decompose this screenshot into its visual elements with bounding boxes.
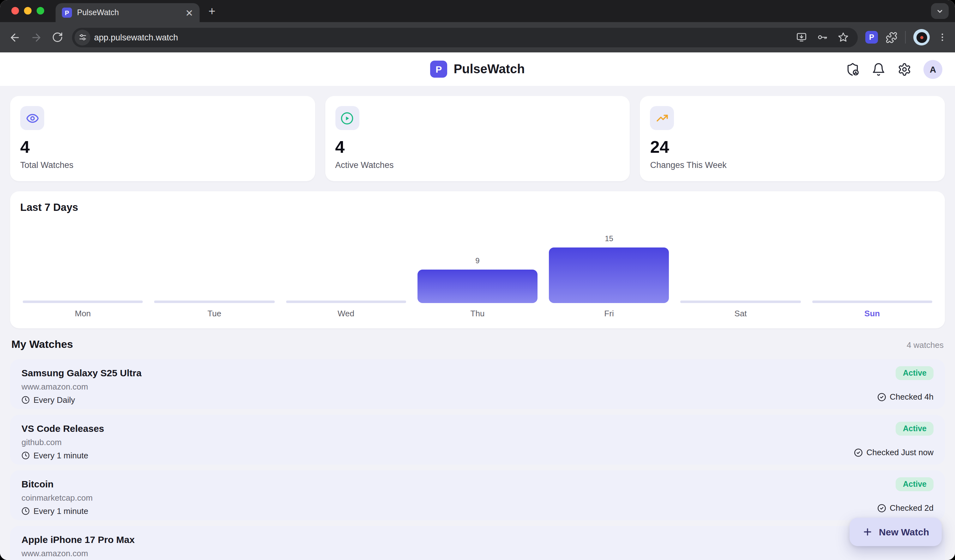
browser-menu-kebab-icon[interactable] [937, 32, 947, 42]
address-bar[interactable]: app.pulsewatch.watch [72, 27, 858, 47]
stat-value: 4 [20, 138, 305, 157]
check-circle-icon [877, 504, 886, 512]
watches-header: My Watches 4 watches [11, 338, 944, 351]
pulsewatch-extension-icon[interactable]: P [865, 31, 878, 44]
stat-icon-box [335, 106, 359, 130]
site-settings-button[interactable] [75, 29, 90, 45]
watch-checked-text: Checked Just now [867, 447, 933, 457]
forward-arrow-icon [30, 31, 42, 43]
toolbar-separator [905, 31, 906, 44]
back-button[interactable] [8, 30, 22, 44]
tab-favicon: P [62, 8, 72, 18]
watch-url: www.amazon.com [22, 549, 933, 558]
watch-row[interactable]: Bitcoin coinmarketcap.com Every 1 minute… [10, 470, 945, 520]
minimize-window-button[interactable] [24, 7, 31, 14]
watch-status-badge: Active [896, 422, 933, 436]
day-label: Mon [20, 309, 146, 318]
chart-title: Last 7 Days [20, 202, 935, 213]
bar-column: 9 [415, 220, 540, 303]
install-app-icon[interactable] [796, 31, 807, 43]
bar-column [809, 220, 935, 303]
stat-icon-box [650, 106, 674, 130]
watches-count: 4 watches [906, 340, 944, 350]
watch-schedule: Every 1 minute [22, 506, 933, 516]
user-avatar[interactable]: A [924, 59, 942, 78]
dashboard-page: 4 Total Watches 4 Active Watches 24 Chan… [0, 86, 955, 560]
check-circle-icon [877, 393, 886, 401]
stat-label: Total Watches [20, 160, 305, 169]
stat-label: Changes This Week [650, 160, 935, 169]
bar-column [283, 220, 409, 303]
bar [812, 300, 932, 303]
trending-up-icon [656, 111, 669, 125]
bar [418, 270, 538, 303]
watch-title: VS Code Releases [22, 423, 933, 434]
watch-row[interactable]: Apple iPhone 17 Pro Max www.amazon.com [10, 526, 945, 560]
new-watch-button[interactable]: New Watch [849, 518, 942, 546]
clock-icon [22, 396, 30, 404]
reload-button[interactable] [50, 30, 64, 44]
watches-title: My Watches [11, 338, 73, 351]
close-window-button[interactable] [11, 7, 19, 14]
app-logo: P PulseWatch [430, 61, 524, 78]
clock-icon [22, 451, 30, 460]
watch-url: www.amazon.com [22, 382, 933, 391]
reload-icon [52, 31, 63, 43]
watch-checked-text: Checked 2d [890, 503, 933, 513]
stat-card-total-watches: 4 Total Watches [10, 96, 315, 181]
chevron-down-icon [936, 7, 944, 15]
bar [155, 300, 275, 303]
bar-column [152, 220, 277, 303]
last-7-days-chart-card: Last 7 Days 915 MonTueWedThuFriSatSun [10, 191, 945, 328]
extensions-puzzle-icon[interactable] [886, 31, 897, 43]
browser-tab[interactable]: P PulseWatch ✕ [56, 3, 200, 22]
url-text[interactable]: app.pulsewatch.watch [94, 33, 792, 42]
watch-checked-status: Checked 2d [877, 503, 933, 513]
browser-profile-avatar[interactable] [913, 29, 930, 45]
bar-value-label: 9 [475, 257, 479, 265]
eye-icon [26, 111, 39, 125]
shield-user-icon[interactable] [846, 62, 860, 76]
zoom-window-button[interactable] [37, 7, 44, 14]
bar [286, 300, 406, 303]
clock-icon [22, 507, 30, 515]
back-arrow-icon [8, 31, 20, 43]
day-label: Sat [678, 309, 803, 318]
stat-card-changes-week: 24 Changes This Week [640, 96, 945, 181]
day-label: Tue [152, 309, 277, 318]
new-tab-button[interactable]: + [208, 5, 215, 18]
omnibox-actions [796, 31, 849, 43]
header-actions: A [846, 52, 942, 86]
tab-close-icon[interactable]: ✕ [185, 8, 193, 17]
password-key-icon[interactable] [817, 31, 828, 43]
bar [681, 300, 801, 303]
bookmark-star-icon[interactable] [838, 31, 849, 43]
browser-toolbar: app.pulsewatch.watch P [0, 22, 955, 52]
watch-schedule: Every Daily [22, 395, 933, 405]
bar-column [20, 220, 146, 303]
watch-title: Apple iPhone 17 Pro Max [22, 534, 933, 545]
stat-value: 24 [650, 138, 935, 157]
stats-row: 4 Total Watches 4 Active Watches 24 Chan… [10, 96, 945, 181]
watch-schedule-text: Every Daily [33, 395, 75, 405]
day-label: Sun [809, 309, 935, 318]
watch-schedule-text: Every 1 minute [33, 506, 88, 516]
stat-value: 4 [335, 138, 620, 157]
bar-column [678, 220, 803, 303]
app-logo-mark: P [430, 61, 447, 78]
settings-gear-icon[interactable] [897, 62, 911, 76]
browser-window: P PulseWatch ✕ + a [0, 0, 955, 560]
tune-icon [78, 33, 87, 42]
stat-icon-box [20, 106, 44, 130]
check-circle-icon [854, 448, 863, 457]
new-watch-label: New Watch [879, 527, 929, 537]
forward-button[interactable] [29, 30, 43, 44]
watch-row[interactable]: VS Code Releases github.com Every 1 minu… [10, 415, 945, 465]
watch-list: Samsung Galaxy S25 Ultra www.amazon.com … [10, 359, 945, 560]
watch-status-badge: Active [896, 366, 933, 380]
play-circle-icon [340, 111, 354, 125]
watch-url: coinmarketcap.com [22, 493, 933, 502]
tab-search-button[interactable] [931, 3, 949, 19]
notifications-bell-icon[interactable] [872, 62, 886, 76]
watch-row[interactable]: Samsung Galaxy S25 Ultra www.amazon.com … [10, 359, 945, 409]
